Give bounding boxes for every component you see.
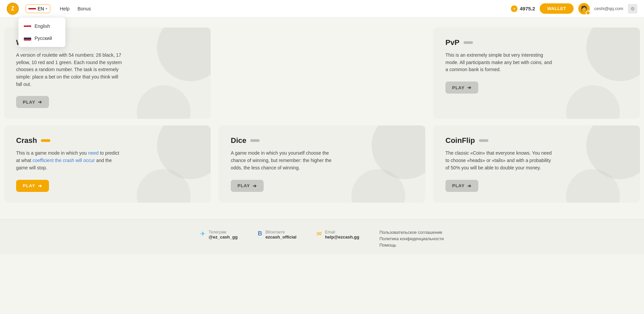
coinflip-description: The classic «Coin» that everyone knows. … <box>445 150 553 171</box>
lang-english-label: English <box>35 23 50 29</box>
chevron-down-icon: ▾ <box>46 7 47 10</box>
language-selector[interactable]: EN ▾ <box>25 4 50 13</box>
coinflip-title: CoinFlip <box>445 136 475 145</box>
dice-play-button[interactable]: PLAY ➔ <box>231 180 264 192</box>
dice-play-arrow-icon: ➔ <box>253 183 257 189</box>
header-right: ● 4975.2 WALLET 🧑 ceshi@qq.com ⚙ <box>511 3 637 14</box>
games-row-1: Wheel A version of roulette with 54 numb… <box>0 24 644 122</box>
pvp-play-button[interactable]: PLAY ➔ <box>445 82 478 94</box>
user-email: ceshi@qq.com <box>594 6 623 11</box>
crash-play-arrow-icon: ➔ <box>38 183 42 189</box>
nav-help[interactable]: Help <box>60 6 69 11</box>
telegram-icon: ✈ <box>200 230 205 238</box>
flag-uk-small-icon <box>24 24 31 29</box>
lang-option-russian[interactable]: Русский <box>18 32 65 44</box>
footer-privacy-link[interactable]: Политика конфиденциальности <box>379 236 444 241</box>
footer-inner: ✈ Телеграм @ez_cash_gg В ВКонтакте ezcas… <box>0 230 644 248</box>
footer-vk-info: ВКонтакте ezcash_official <box>265 230 297 240</box>
lang-option-english[interactable]: English <box>18 20 65 32</box>
dice-badge <box>250 139 260 142</box>
pvp-play-arrow-icon: ➔ <box>467 85 472 90</box>
crash-badge <box>41 139 50 142</box>
lang-label: EN <box>38 6 44 11</box>
crash-play-label: PLAY <box>23 183 35 188</box>
pvp-play-label: PLAY <box>452 85 465 90</box>
card-title-row-dice: Dice <box>231 136 413 145</box>
wheel-description: A version of roulette with 54 numbers: 2… <box>16 52 123 88</box>
pvp-badge <box>464 41 473 44</box>
games-row-2: Crash This is a game mode in which you n… <box>0 122 644 206</box>
coinflip-play-arrow-icon: ➔ <box>467 183 472 189</box>
email-icon: ✉ <box>317 230 322 238</box>
dice-play-label: PLAY <box>237 183 250 188</box>
wallet-button[interactable]: WALLET <box>540 3 573 14</box>
logo[interactable]: Z <box>7 3 19 15</box>
wheel-play-label: PLAY <box>23 100 35 105</box>
game-card-crash: Crash This is a game mode in which you n… <box>4 125 211 203</box>
empty-cell-row1 <box>215 24 429 122</box>
footer-legal-links: Пользовательское соглашение Политика кон… <box>379 230 444 248</box>
pvp-title: PvP <box>445 38 460 47</box>
crash-play-button[interactable]: PLAY ➔ <box>16 180 49 192</box>
dice-description: A game mode in which you yourself choose… <box>231 150 338 171</box>
footer: ✈ Телеграм @ez_cash_gg В ВКонтакте ezcas… <box>0 219 644 254</box>
footer-email-value: help@ezcash.gg <box>325 234 359 240</box>
nav-links: Help Bonus <box>60 6 91 11</box>
vk-icon: В <box>258 230 262 237</box>
pvp-description: This is an extremely simple but very int… <box>445 52 553 73</box>
game-card-pvp: PvP This is an extremely simple but very… <box>433 28 640 119</box>
footer-email-info: Email help@ezcash.gg <box>325 230 359 240</box>
card-title-row-pvp: PvP <box>445 38 628 47</box>
crash-title: Crash <box>16 136 37 145</box>
balance-value: 4975.2 <box>520 6 535 11</box>
coin-icon: ● <box>511 5 518 12</box>
wheel-play-button[interactable]: PLAY ➔ <box>16 96 49 108</box>
avatar[interactable]: 🧑 <box>578 3 590 14</box>
coinflip-badge <box>479 139 488 142</box>
crash-description: This is a game mode in which you need to… <box>16 150 123 171</box>
coinflip-play-button[interactable]: PLAY ➔ <box>445 180 478 192</box>
flag-ru-icon <box>24 36 31 41</box>
footer-help-link[interactable]: Помощь <box>379 243 444 248</box>
language-dropdown: English Русский <box>18 17 65 47</box>
footer-vk: В ВКонтакте ezcash_official <box>258 230 297 240</box>
footer-telegram-info: Телеграм @ez_cash_gg <box>209 230 237 240</box>
nav-bonus[interactable]: Bonus <box>77 6 91 11</box>
main-content: Wheel A version of roulette with 54 numb… <box>0 0 644 254</box>
footer-vk-value: ezcash_official <box>265 234 297 240</box>
header: Z EN ▾ English Русский Help Bonus ● 4975… <box>0 0 644 17</box>
games-section: Wheel A version of roulette with 54 numb… <box>0 17 644 213</box>
footer-vk-label: ВКонтакте <box>265 230 297 234</box>
footer-telegram-label: Телеграм <box>209 230 237 234</box>
footer-telegram-value: @ez_cash_gg <box>209 234 237 240</box>
coinflip-play-label: PLAY <box>452 183 465 188</box>
game-card-coinflip: CoinFlip The classic «Coin» that everyon… <box>433 125 640 203</box>
card-title-row-coinflip: CoinFlip <box>445 136 628 145</box>
wheel-play-arrow-icon: ➔ <box>38 99 42 105</box>
balance-display: ● 4975.2 <box>511 5 535 12</box>
card-title-row-crash: Crash <box>16 136 199 145</box>
dice-title: Dice <box>231 136 246 145</box>
footer-email: ✉ Email help@ezcash.gg <box>317 230 359 240</box>
footer-terms-link[interactable]: Пользовательское соглашение <box>379 230 444 235</box>
footer-telegram: ✈ Телеграм @ez_cash_gg <box>200 230 237 240</box>
footer-email-label: Email <box>325 230 359 234</box>
lang-russian-label: Русский <box>35 36 52 41</box>
game-card-dice: Dice A game mode in which you yourself c… <box>219 125 425 203</box>
settings-icon[interactable]: ⚙ <box>628 4 637 13</box>
flag-uk-icon <box>29 6 36 11</box>
